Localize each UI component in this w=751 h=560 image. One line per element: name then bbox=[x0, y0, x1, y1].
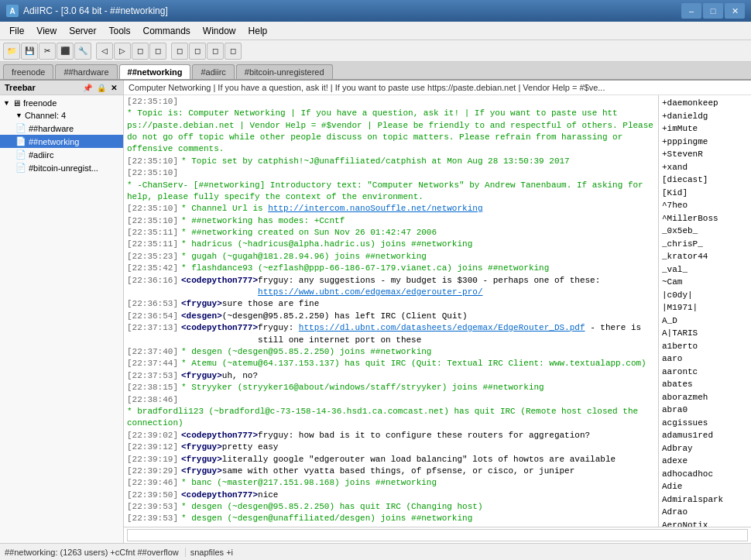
chat-input[interactable] bbox=[127, 529, 748, 541]
menu-item-file[interactable]: File bbox=[3, 24, 30, 38]
user-item[interactable]: +pppingme bbox=[659, 136, 751, 149]
message-time: [22:39:50] bbox=[127, 490, 178, 501]
user-item[interactable]: +imMute bbox=[659, 122, 751, 136]
sidebar: Treebar 📌 🔒 ✕ ▼ 🖥 freenode ▼ Channel: 4 … bbox=[0, 81, 124, 543]
sidebar-item-hardware[interactable]: 📄 ##hardware bbox=[0, 122, 123, 135]
minimize-button[interactable]: – bbox=[681, 3, 701, 19]
toolbar-box6[interactable]: ◻ bbox=[207, 43, 224, 60]
user-item[interactable]: +xand bbox=[659, 161, 751, 174]
sidebar-pin-icon[interactable]: 📌 bbox=[81, 84, 94, 92]
user-item[interactable]: +daemonkeep bbox=[659, 97, 751, 110]
user-item[interactable]: Adrao bbox=[659, 506, 751, 519]
user-item[interactable]: ^MillerBoss bbox=[659, 212, 751, 225]
user-item[interactable]: aaro bbox=[659, 352, 751, 366]
sidebar-item-adiirc[interactable]: 📄 #adiirc bbox=[0, 148, 123, 161]
tab-freenode[interactable]: freenode bbox=[3, 64, 53, 79]
message-system-text: * ##networking created on Sun Nov 26 01:… bbox=[181, 227, 437, 239]
message-system-text: * Stryyker (stryyker16@about/windows/sta… bbox=[181, 382, 544, 393]
sidebar-item-networking[interactable]: 📄 ##networking bbox=[0, 135, 123, 148]
toolbar-cut[interactable]: ✂ bbox=[39, 43, 56, 60]
user-item[interactable]: _chrisP_ bbox=[659, 238, 751, 251]
user-item[interactable]: acgissues bbox=[659, 417, 751, 430]
user-item[interactable]: adhocadhoc bbox=[659, 468, 751, 481]
sidebar-close-icon[interactable]: ✕ bbox=[109, 84, 118, 92]
tab-bitcoin[interactable]: #bitcoin-unregistered bbox=[236, 64, 333, 79]
user-item[interactable]: abra0 bbox=[659, 404, 751, 417]
user-item[interactable]: aarontc bbox=[659, 366, 751, 379]
sidebar-item-bitcoin[interactable]: 📄 #bitcoin-unregist... bbox=[0, 161, 123, 174]
user-item[interactable]: ~Cam bbox=[659, 276, 751, 289]
maximize-button[interactable]: □ bbox=[703, 3, 723, 19]
user-item[interactable]: +danieldg bbox=[659, 110, 751, 123]
user-item[interactable]: a1berto bbox=[659, 340, 751, 353]
toolbar-settings[interactable]: 🔧 bbox=[74, 43, 91, 60]
message-link[interactable]: http://intercom.nanoSouffle.net/networki… bbox=[268, 204, 482, 213]
toolbar-box5[interactable]: ◻ bbox=[189, 43, 206, 60]
toolbar-box4[interactable]: ◻ bbox=[171, 43, 188, 60]
menu-item-window[interactable]: Window bbox=[197, 24, 242, 38]
menu-item-server[interactable]: Server bbox=[63, 24, 102, 38]
chat-messages[interactable]: [22:35:10] * Now talking in: ##networkin… bbox=[124, 95, 658, 527]
user-item[interactable]: aborazmeh bbox=[659, 391, 751, 404]
tab-hardware[interactable]: ##hardware bbox=[55, 64, 117, 79]
message-time: [22:39:46] bbox=[127, 477, 178, 489]
sidebar-item-channel-count[interactable]: ▼ Channel: 4 bbox=[0, 109, 123, 122]
toolbar-box1[interactable]: ⬛ bbox=[57, 43, 74, 60]
user-item[interactable]: abates bbox=[659, 378, 751, 391]
user-item[interactable]: _krator44 bbox=[659, 250, 751, 263]
message-line: [22:35:10] * Topic is: Computer Networki… bbox=[127, 96, 655, 156]
user-item[interactable]: A|TARIS bbox=[659, 327, 751, 340]
toolbar: 📁 💾 ✂ ⬛ 🔧 ◁ ▷ ◻ ◻ ◻ ◻ ◻ ◻ bbox=[0, 40, 751, 62]
message-link[interactable]: https://www.ubnt.com/edgemax/edgerouter-… bbox=[258, 287, 482, 297]
menu-item-tools[interactable]: Tools bbox=[102, 24, 136, 38]
tab-networking[interactable]: ##networking bbox=[119, 64, 191, 79]
user-item[interactable]: [diecast] bbox=[659, 173, 751, 187]
message-nick: <codepython777> bbox=[181, 275, 258, 299]
message-link[interactable]: https://dl.ubnt.com/datasheets/edgemax/E… bbox=[299, 323, 585, 332]
message-time: [22:35:10] bbox=[127, 215, 178, 227]
user-item[interactable]: [Kid] bbox=[659, 187, 751, 200]
message-time: [22:39:02] bbox=[127, 430, 178, 441]
user-item[interactable]: AeroNotix bbox=[659, 519, 751, 527]
tab-adiirc[interactable]: #adiirc bbox=[192, 64, 234, 79]
user-item[interactable]: _0x5eb_ bbox=[659, 225, 751, 238]
sidebar-server-freenode[interactable]: ▼ 🖥 freenode bbox=[0, 97, 123, 109]
user-item[interactable]: Admiralspark bbox=[659, 493, 751, 507]
toolbar-box3[interactable]: ◻ bbox=[149, 43, 166, 60]
user-item[interactable]: +StevenR bbox=[659, 148, 751, 161]
toolbar-new[interactable]: 📁 bbox=[3, 43, 20, 60]
message-line: [22:35:10] * -ChanServ- [##networking] I… bbox=[127, 167, 655, 203]
user-item[interactable]: A_D bbox=[659, 314, 751, 328]
user-item[interactable]: |M1971| bbox=[659, 301, 751, 314]
message-system-text: * Atemu (~atemu@64.137.153.137) has quit… bbox=[181, 358, 646, 369]
tab-bar: freenode##hardware##networking#adiirc#bi… bbox=[0, 62, 751, 81]
toolbar-box2[interactable]: ◻ bbox=[132, 43, 149, 60]
user-item[interactable]: adexe bbox=[659, 455, 751, 468]
menu-item-help[interactable]: Help bbox=[242, 24, 274, 38]
close-button[interactable]: ✕ bbox=[725, 3, 745, 19]
user-item[interactable]: adamus1red bbox=[659, 429, 751, 442]
message-time: [22:36:16] bbox=[127, 275, 178, 299]
topic-bar: Computer Networking | If you have a ques… bbox=[124, 81, 751, 95]
toolbar-save[interactable]: 💾 bbox=[21, 43, 38, 60]
toolbar-back[interactable]: ◁ bbox=[96, 43, 113, 60]
user-item[interactable]: |c0dy| bbox=[659, 289, 751, 302]
toolbar-box7[interactable]: ◻ bbox=[225, 43, 242, 60]
toolbar-forward[interactable]: ▷ bbox=[114, 43, 131, 60]
menu-item-commands[interactable]: Commands bbox=[137, 24, 197, 38]
message-system-text: * flashdance93 (~ezflash@ppp-66-186-67-1… bbox=[181, 263, 549, 274]
channel-icon-bitcoin: 📄 bbox=[15, 163, 26, 173]
user-item[interactable]: Adie bbox=[659, 480, 751, 493]
menu-item-view[interactable]: View bbox=[30, 24, 63, 38]
message-system-text: * Topic set by catphish!~J@unaffiliated/… bbox=[181, 156, 570, 167]
user-item[interactable]: ^7heo bbox=[659, 199, 751, 212]
message-line: [22:39:46] * banc (~master@217.151.98.16… bbox=[127, 477, 655, 489]
message-line: [22:37:44] * Atemu (~atemu@64.137.153.13… bbox=[127, 358, 655, 369]
message-line: [22:35:10] * Topic set by catphish!~J@un… bbox=[127, 156, 655, 167]
sidebar-lock-icon[interactable]: 🔒 bbox=[95, 84, 108, 92]
user-item[interactable]: Adbray bbox=[659, 442, 751, 455]
message-text: same with other vyatta based things, of … bbox=[222, 466, 655, 477]
user-item[interactable]: _val_ bbox=[659, 263, 751, 277]
message-line: [22:39:29] <fryguy> same with other vyat… bbox=[127, 466, 655, 477]
message-line: [22:35:10] * Channel Url is http://inter… bbox=[127, 203, 655, 215]
